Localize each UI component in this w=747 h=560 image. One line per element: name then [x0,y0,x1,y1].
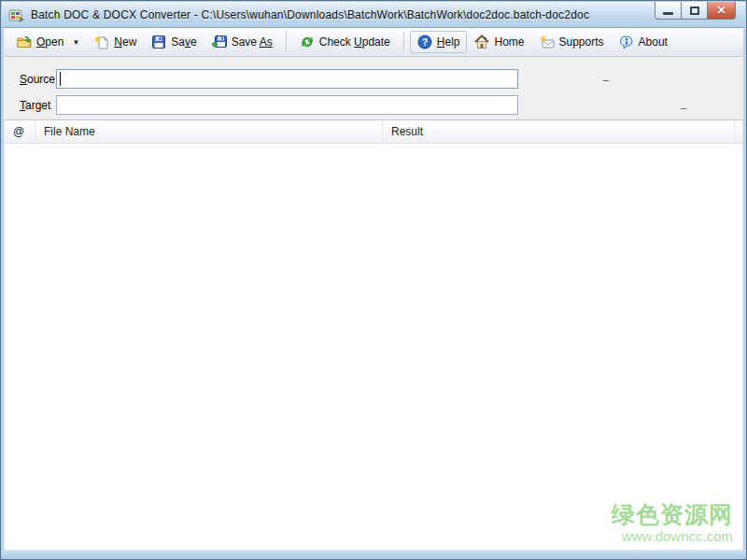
maximize-button[interactable] [681,2,708,20]
about-button[interactable]: About [612,31,675,53]
check-update-label: Check Update [319,35,390,49]
supports-label: Supports [559,35,604,49]
save-label: Save [171,35,196,49]
watermark: 绿色资源网 www.downcc.com [612,502,733,544]
save-as-floppy-icon [212,35,227,49]
toolbar-separator [403,32,404,52]
home-button[interactable]: Home [467,31,531,53]
about-info-icon [619,35,634,49]
close-icon: ✕ [716,4,726,17]
minimize-icon [663,12,673,15]
toolbar-separator [286,32,287,52]
app-icon [8,7,25,22]
window-content: Open ▼ New Save [4,28,743,550]
text-caret [60,72,61,86]
target-stray-mark: _ [681,98,686,109]
column-header-at[interactable]: @ [5,120,35,143]
file-list-header: @ File Name Result [5,120,742,144]
watermark-site-name: 绿色资源网 [612,502,733,528]
fields-panel: Source Target _ _ [4,57,743,120]
new-button[interactable]: New [87,31,144,53]
target-label: Target [20,99,50,112]
maximize-icon [690,7,699,15]
home-house-icon [474,35,489,49]
open-label: Open [36,35,63,49]
toolbar: Open ▼ New Save [4,28,743,57]
help-label: Help [437,35,460,49]
close-button[interactable]: ✕ [707,2,736,20]
column-header-filler [735,120,743,143]
window-bottom-frame [2,550,745,558]
new-label: New [114,35,136,49]
open-dropdown-arrow-icon[interactable]: ▼ [72,38,79,47]
home-label: Home [494,35,524,49]
new-document-icon [94,35,109,49]
app-window: Batch DOC & DOCX Converter - C:\Users\wu… [0,0,747,560]
svg-text:?: ? [422,37,428,48]
source-input[interactable] [56,69,518,89]
about-label: About [639,35,668,49]
source-label: Source [20,73,55,86]
refresh-arrows-icon [300,35,315,49]
window-title: Batch DOC & DOCX Converter - C:\Users\wu… [31,8,589,21]
supports-envelope-icon [540,35,555,49]
source-stray-mark: _ [603,70,609,81]
title-bar[interactable]: Batch DOC & DOCX Converter - C:\Users\wu… [2,2,745,28]
save-as-label: Save As [232,35,273,49]
file-list-body[interactable]: 绿色资源网 www.downcc.com [5,144,742,550]
open-folder-icon [17,35,32,49]
check-update-button[interactable]: Check Update [292,31,398,53]
caption-buttons: ✕ [655,2,736,20]
help-question-icon: ? [417,35,432,49]
open-button[interactable]: Open ▼ [9,31,87,53]
column-header-result[interactable]: Result [383,120,735,143]
minimize-button[interactable] [655,2,682,20]
column-header-file-name[interactable]: File Name [35,120,383,143]
save-button[interactable]: Save [144,31,204,53]
watermark-site-url: www.downcc.com [612,528,733,544]
supports-button[interactable]: Supports [532,31,612,53]
save-floppy-icon [151,35,166,49]
file-list: @ File Name Result 绿色资源网 www.downcc.com [4,120,743,550]
target-input[interactable] [56,95,518,115]
help-button[interactable]: ? Help [410,31,468,53]
save-as-button[interactable]: Save As [204,31,280,53]
